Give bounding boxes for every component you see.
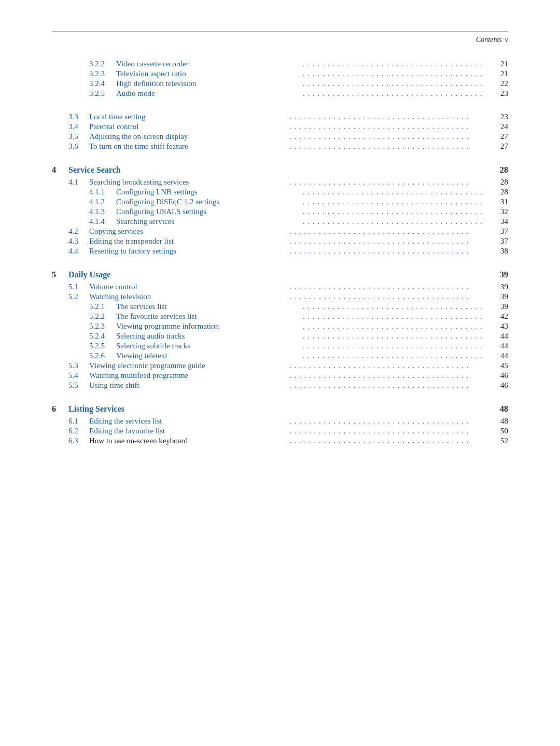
section-page: 48	[489, 417, 508, 426]
dot-leader: . . . . . . . . . . . . . . . . . . . . …	[287, 247, 489, 256]
subsection-num: 4.1.2	[89, 198, 116, 206]
section-title[interactable]: Parental control	[89, 122, 287, 131]
section-num: 6.1	[68, 417, 89, 426]
dot-leader: . . . . . . . . . . . . . . . . . . . . …	[301, 188, 489, 196]
subsection-title[interactable]: Configuring LNB settings	[116, 188, 301, 196]
subsection-title[interactable]: Selecting subtitle tracks	[116, 342, 301, 350]
section-row: 5.4Watching multifeed programme. . . . .…	[52, 371, 508, 380]
subsection-num: 5.2.2	[89, 312, 116, 321]
section-title[interactable]: To turn on the time shift feature	[89, 142, 287, 151]
section-title[interactable]: Editing the services list	[89, 417, 287, 426]
dot-leader: . . . . . . . . . . . . . . . . . . . . …	[301, 60, 489, 68]
subsection-num: 3.2.5	[89, 89, 116, 98]
section-row: 6.2Editing the favourite list. . . . . .…	[52, 427, 508, 435]
subsection-row: 3.2.2Video cassette recorder. . . . . . …	[52, 60, 508, 68]
section-title[interactable]: Using time shift	[89, 381, 287, 390]
subsection-row: 5.2.2The favourite services list. . . . …	[52, 312, 508, 321]
section-title[interactable]: Watching multifeed programme	[89, 371, 287, 380]
subsection-num: 5.2.5	[89, 342, 116, 350]
subsection-row: 4.1.2Configuring DiSEqC 1.2 settings. . …	[52, 198, 508, 206]
section-page: 28	[489, 178, 508, 187]
subsection-page: 43	[489, 322, 508, 331]
section-title[interactable]: Adjusting the on-screen display	[89, 132, 287, 141]
dot-leader: . . . . . . . . . . . . . . . . . . . . …	[301, 89, 489, 98]
dot-leader: . . . . . . . . . . . . . . . . . . . . …	[301, 207, 489, 216]
subsection-row: 5.2.5Selecting subtitle tracks. . . . . …	[52, 342, 508, 350]
chapter-title[interactable]: Daily Usage	[68, 270, 489, 279]
header-title: Contents	[476, 36, 502, 44]
chapter-page: 39	[489, 270, 508, 279]
header-roman: v	[505, 36, 508, 44]
subsection-title[interactable]: Selecting audio tracks	[116, 332, 301, 341]
chapter-row: 5Daily Usage39	[52, 270, 508, 279]
subsection-num: 4.1.3	[89, 207, 116, 216]
toc-section: 3.2.2Video cassette recorder. . . . . . …	[52, 60, 508, 98]
section-row: 5.3Viewing electronic programme guide. .…	[52, 361, 508, 370]
subsection-title[interactable]: Searching services	[116, 217, 301, 226]
subsection-row: 4.1.1Configuring LNB settings. . . . . .…	[52, 188, 508, 196]
chapter-row: 6Listing Services48	[52, 404, 508, 414]
section-title[interactable]: Copying services	[89, 227, 287, 236]
dot-leader: . . . . . . . . . . . . . . . . . . . . …	[287, 417, 489, 426]
dot-leader: . . . . . . . . . . . . . . . . . . . . …	[301, 312, 489, 321]
dot-leader: . . . . . . . . . . . . . . . . . . . . …	[287, 437, 489, 445]
section-title[interactable]: Editing the favourite list	[89, 427, 287, 435]
subsection-title[interactable]: Viewing teletext	[116, 351, 301, 360]
subsection-title[interactable]: Audio mode	[116, 89, 301, 98]
subsection-num: 5.2.4	[89, 332, 116, 341]
section-num: 5.1	[68, 283, 89, 291]
dot-leader: . . . . . . . . . . . . . . . . . . . . …	[287, 178, 489, 187]
section-title[interactable]: Watching television	[89, 292, 287, 301]
subsection-page: 21	[489, 60, 508, 68]
subsection-title[interactable]: Video cassette recorder	[116, 60, 301, 68]
subsection-title[interactable]: The favourite services list	[116, 312, 301, 321]
dot-leader: . . . . . . . . . . . . . . . . . . . . …	[287, 122, 489, 131]
subsection-title[interactable]: The services list	[116, 302, 301, 311]
dot-leader: . . . . . . . . . . . . . . . . . . . . …	[301, 69, 489, 78]
subsection-page: 21	[489, 69, 508, 78]
subsection-title[interactable]: Configuring DiSEqC 1.2 settings	[116, 198, 301, 206]
section-page: 23	[489, 112, 508, 121]
dot-leader: . . . . . . . . . . . . . . . . . . . . …	[301, 351, 489, 360]
chapter-page: 28	[489, 165, 508, 175]
chapter-title[interactable]: Service Search	[68, 165, 489, 175]
subsection-row: 3.2.4High definition television. . . . .…	[52, 79, 508, 88]
section-page: 45	[489, 361, 508, 370]
subsection-title[interactable]: Television aspect ratio	[116, 69, 301, 78]
section-page: 27	[489, 132, 508, 141]
dot-leader: . . . . . . . . . . . . . . . . . . . . …	[287, 371, 489, 380]
dot-leader: . . . . . . . . . . . . . . . . . . . . …	[287, 132, 489, 141]
section-num: 4.1	[68, 178, 89, 187]
section-row: 4.1Searching broadcasting services. . . …	[52, 178, 508, 187]
section-num: 6.2	[68, 427, 89, 435]
section-title[interactable]: Volume control	[89, 283, 287, 291]
subsection-title[interactable]: Configuring USALS settings	[116, 207, 301, 216]
section-page: 52	[489, 437, 508, 445]
subsection-row: 3.2.5Audio mode. . . . . . . . . . . . .…	[52, 89, 508, 98]
section-page: 37	[489, 227, 508, 236]
subsection-title[interactable]: Viewing programme information	[116, 322, 301, 331]
section-title[interactable]: Editing the transponder list	[89, 237, 287, 246]
subsection-num: 5.2.1	[89, 302, 116, 311]
section-title[interactable]: Local time setting	[89, 112, 287, 121]
subsection-num: 4.1.1	[89, 188, 116, 196]
chapter-title[interactable]: Listing Services	[68, 404, 489, 414]
subsection-num: 5.2.6	[89, 351, 116, 360]
toc-section: 5Daily Usage395.1Volume control. . . . .…	[52, 270, 508, 390]
subsection-num: 3.2.4	[89, 79, 116, 88]
subsection-title[interactable]: High definition television	[116, 79, 301, 88]
section-title[interactable]: Searching broadcasting services	[89, 178, 287, 187]
subsection-page: 22	[489, 79, 508, 88]
subsection-page: 44	[489, 332, 508, 341]
subsection-num: 5.2.3	[89, 322, 116, 331]
subsection-row: 5.2.1The services list. . . . . . . . . …	[52, 302, 508, 311]
subsection-page: 28	[489, 188, 508, 196]
dot-leader: . . . . . . . . . . . . . . . . . . . . …	[301, 332, 489, 341]
toc-container: 3.2.2Video cassette recorder. . . . . . …	[52, 60, 508, 445]
section-row: 6.3How to use on-screen keyboard. . . . …	[52, 437, 508, 445]
section-title[interactable]: Resetting to factory settings	[89, 247, 287, 256]
section-title[interactable]: Viewing electronic programme guide	[89, 361, 287, 370]
section-page: 24	[489, 122, 508, 131]
dot-leader: . . . . . . . . . . . . . . . . . . . . …	[287, 361, 489, 370]
chapter-num: 6	[52, 404, 68, 414]
